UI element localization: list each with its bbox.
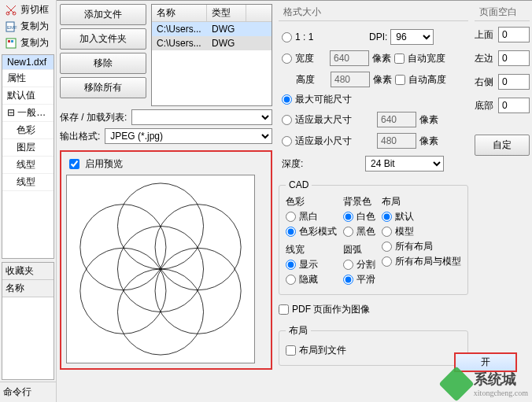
custom-button[interactable]: 自定 xyxy=(475,135,530,156)
bmp-icon xyxy=(5,37,17,50)
preview-canvas xyxy=(66,175,255,363)
tree-layer[interactable]: 图层 xyxy=(2,139,54,157)
px-label-4: 像素 xyxy=(419,135,438,148)
watermark: 系统城 xitongcheng.com xyxy=(444,370,528,397)
arc-smooth-radio[interactable] xyxy=(343,275,353,285)
layout-group: 布局 布局到文件 xyxy=(279,324,468,366)
ratio-11-radio[interactable] xyxy=(282,32,292,42)
layout-allmodel-radio[interactable] xyxy=(382,256,392,267)
color-bw-radio[interactable] xyxy=(286,212,296,222)
layout-all-radio[interactable] xyxy=(382,242,392,252)
remove-button[interactable]: 移除 xyxy=(60,53,146,74)
margin-top-input[interactable] xyxy=(498,27,530,42)
tool-label: 剪切框 xyxy=(20,3,49,17)
margin-bottom-input[interactable] xyxy=(498,98,530,113)
width-radio[interactable] xyxy=(282,53,292,64)
cad-title: CAD xyxy=(286,179,312,190)
svg-rect-5 xyxy=(8,40,10,42)
preview-drawing xyxy=(67,175,254,363)
max-possible-radio[interactable] xyxy=(282,94,292,105)
tree-props[interactable]: 属性 xyxy=(2,70,54,87)
fit-min-input[interactable] xyxy=(377,133,416,149)
favorites-col: 名称 xyxy=(2,280,54,297)
layout-group-title: 布局 xyxy=(286,324,311,337)
tool-copy-emf[interactable]: EMF 复制为 xyxy=(2,18,54,35)
tree-color[interactable]: 色彩 xyxy=(2,122,54,139)
tool-label: 复制为 xyxy=(20,20,49,33)
margin-right-input[interactable] xyxy=(498,74,530,90)
emf-icon: EMF xyxy=(5,20,17,33)
layout-model-radio[interactable] xyxy=(382,227,392,237)
layout-title: 布局 xyxy=(382,195,461,208)
add-folder-button[interactable]: 加入文件夹 xyxy=(60,28,146,50)
dpi-label: DPI: xyxy=(369,31,387,42)
fit-max-input[interactable] xyxy=(377,112,416,127)
color-mode-radio[interactable] xyxy=(286,227,296,237)
fit-max-label: 适应最大尺寸 xyxy=(295,113,374,127)
bg-white-radio[interactable] xyxy=(343,212,353,222)
auto-width-label: 自动宽度 xyxy=(408,52,445,65)
fit-max-radio[interactable] xyxy=(282,115,292,125)
lw-hide-radio[interactable] xyxy=(286,275,296,285)
tree-linetype2[interactable]: 线型 xyxy=(2,174,54,191)
favorites-panel: 收藏夹 名称 xyxy=(2,262,54,380)
favorites-title: 收藏夹 xyxy=(2,263,54,280)
lw-title: 线宽 xyxy=(286,243,337,256)
lw-show-radio[interactable] xyxy=(286,260,296,270)
enable-preview-label: 启用预览 xyxy=(85,157,123,171)
pdf-as-image-checkbox[interactable] xyxy=(279,304,289,315)
dpi-select[interactable]: 96 xyxy=(390,29,434,45)
svg-rect-6 xyxy=(11,40,13,42)
auto-height-checkbox[interactable] xyxy=(395,75,405,85)
size-group-title: 格式大小 xyxy=(279,4,468,21)
layout-to-file-checkbox[interactable] xyxy=(286,345,296,356)
watermark-title: 系统城 xyxy=(474,370,528,389)
ratio-11-label: 1 : 1 xyxy=(295,31,366,42)
watermark-logo-icon xyxy=(438,366,474,401)
watermark-url: xitongcheng.com xyxy=(474,389,528,397)
tree-root[interactable]: New1.dxf xyxy=(2,55,54,70)
px-label-3: 像素 xyxy=(419,113,438,127)
depth-label: 深度: xyxy=(282,157,360,171)
pdf-as-image-label: PDF 页面作为图像 xyxy=(292,303,370,316)
height-input[interactable] xyxy=(331,72,370,87)
layout-to-file-label: 布局到文件 xyxy=(299,344,346,357)
tool-copy-bmp[interactable]: 复制为 xyxy=(2,35,54,51)
margin-left-input[interactable] xyxy=(498,50,530,66)
list-item[interactable]: C:\Users... DWG xyxy=(152,22,272,36)
tree-defaults[interactable]: 默认值 xyxy=(2,87,54,105)
bg-black-radio[interactable] xyxy=(343,227,353,237)
auto-width-checkbox[interactable] xyxy=(394,53,405,64)
tool-label: 复制为 xyxy=(20,36,49,50)
save-list-select[interactable] xyxy=(131,109,272,125)
main-panel: 添加文件 加入文件夹 移除 移除所有 名称 类型 C:\Users... DWG xyxy=(57,0,532,402)
width-input[interactable] xyxy=(330,50,369,66)
add-file-button[interactable]: 添加文件 xyxy=(60,4,146,25)
command-line-label: 命令行 xyxy=(0,382,56,402)
arc-split-radio[interactable] xyxy=(343,260,353,270)
auto-height-label: 自动高度 xyxy=(408,73,446,87)
list-item[interactable]: C:\Users... DWG xyxy=(152,36,272,50)
output-format-select[interactable]: JPEG (*.jpg) xyxy=(105,128,272,144)
bg-title: 背景色 xyxy=(343,195,375,208)
cut-icon xyxy=(5,4,17,17)
fit-min-label: 适应最小尺寸 xyxy=(295,135,374,148)
svg-rect-4 xyxy=(6,39,16,48)
arc-title: 圆弧 xyxy=(343,243,375,256)
file-list[interactable]: 名称 类型 C:\Users... DWG C:\Users... DWG xyxy=(151,4,272,106)
tree-general[interactable]: ⊟ 一般设置 xyxy=(2,105,54,122)
file-list-header: 名称 类型 xyxy=(152,5,272,22)
tool-cut[interactable]: 剪切框 xyxy=(2,2,54,18)
fit-min-radio[interactable] xyxy=(282,136,292,146)
height-label: 高度 xyxy=(296,73,327,87)
enable-preview-checkbox[interactable] xyxy=(69,159,79,169)
width-label: 宽度 xyxy=(295,52,327,65)
max-possible-label: 最大可能尺寸 xyxy=(295,93,352,106)
color-title: 色彩 xyxy=(286,195,337,208)
px-label-2: 像素 xyxy=(373,73,392,87)
layout-default-radio[interactable] xyxy=(382,212,392,222)
toolbox: 剪切框 EMF 复制为 复制为 xyxy=(0,0,56,53)
tree-linetype1[interactable]: 线型 xyxy=(2,157,54,174)
depth-select[interactable]: 24 Bit xyxy=(365,156,444,171)
remove-all-button[interactable]: 移除所有 xyxy=(60,77,146,98)
